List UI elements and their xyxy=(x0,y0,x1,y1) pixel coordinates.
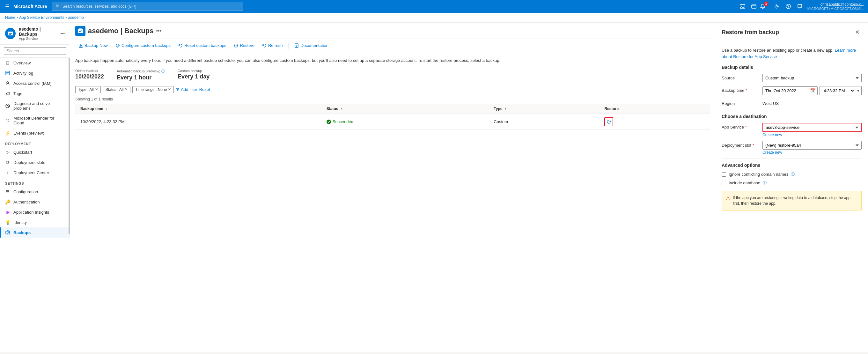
reset-backups-button[interactable]: Reset custom backups xyxy=(175,41,229,50)
info-text: App backups happen automatically every h… xyxy=(75,57,710,64)
breadcrumb-home[interactable]: Home xyxy=(5,15,15,20)
preview-info-icon[interactable]: ⓘ xyxy=(161,69,165,73)
col-type[interactable]: Type ↑ xyxy=(489,104,599,114)
source-row: Source Custom backup xyxy=(722,74,862,82)
restore-button[interactable]: Restore xyxy=(230,41,258,50)
add-filter-button[interactable]: Add filter xyxy=(176,87,197,92)
refresh-button[interactable]: Refresh xyxy=(259,41,286,50)
global-search[interactable]: 🔍 Search resources, services, and docs (… xyxy=(52,2,243,11)
overview-icon: ⊟ xyxy=(5,60,10,65)
ignore-domain-label: Ignore conflicting domain names xyxy=(728,172,788,177)
create-new-slot-link[interactable]: Create new xyxy=(763,150,862,155)
sidebar-search-input[interactable] xyxy=(4,47,66,55)
ignore-domain-info-icon[interactable]: ⓘ xyxy=(791,172,795,177)
notifications-icon[interactable]: 3 xyxy=(760,1,770,11)
date-input-wrap[interactable]: 📅 xyxy=(763,86,817,95)
region-row: Region West US xyxy=(722,99,862,106)
breadcrumb-environments[interactable]: App Service Environments xyxy=(19,15,64,20)
hamburger-menu[interactable]: ☰ xyxy=(4,2,11,11)
time-chevron-icon[interactable]: ▾ xyxy=(855,86,861,95)
section-settings: Settings xyxy=(0,178,70,186)
sidebar-item-overview[interactable]: ⊟ Overview xyxy=(0,58,70,68)
sidebar-scrollbar[interactable] xyxy=(68,58,70,234)
calendar-icon[interactable]: 📅 xyxy=(808,87,817,95)
svg-rect-7 xyxy=(6,231,9,234)
create-new-app-link[interactable]: Create new xyxy=(763,133,862,137)
add-filter-label: Add filter xyxy=(181,87,197,92)
directory-icon[interactable] xyxy=(749,1,759,11)
sidebar-item-deployment-slots[interactable]: ⧉ Deployment slots xyxy=(0,157,70,168)
svg-rect-8 xyxy=(78,29,83,33)
filter-type-close[interactable]: ✕ xyxy=(95,87,98,91)
backup-table: Backup time ↓ Status ↑ Type ↑ Restore 10… xyxy=(75,104,710,130)
deployment-slot-select[interactable]: (New) restore-95a4 xyxy=(763,141,862,150)
time-select-wrap[interactable]: 4:23:32 PM ▾ xyxy=(819,86,862,95)
backup-time-label: Backup time * xyxy=(722,86,760,93)
sidebar-item-defender[interactable]: 🛡 Microsoft Defender for Cloud xyxy=(0,113,70,128)
refresh-label: Refresh xyxy=(268,43,283,48)
configure-backups-button[interactable]: Configure custom backups xyxy=(112,41,174,50)
sidebar-app-name: asedemo | Backups xyxy=(19,27,57,37)
sidebar-item-deployment-center[interactable]: ↑ Deployment Center xyxy=(0,168,70,178)
sidebar-app-type: App Service xyxy=(19,37,57,40)
svg-point-5 xyxy=(7,82,9,84)
filter-time-range[interactable]: Time range : None ✕ xyxy=(132,86,174,93)
sidebar-item-label: Application Insights xyxy=(13,210,49,215)
sidebar-item-app-insights[interactable]: ◉ Application Insights xyxy=(0,207,70,217)
filter-type-label: Type : All xyxy=(78,87,94,92)
svg-point-9 xyxy=(117,45,118,46)
documentation-button[interactable]: Documentation xyxy=(291,41,331,50)
restore-row-button[interactable] xyxy=(604,117,613,126)
sidebar-item-tags[interactable]: 🏷 Tags xyxy=(0,88,70,98)
sidebar-item-quickstart[interactable]: ▷ Quickstart xyxy=(0,147,70,157)
app-icon xyxy=(5,28,16,39)
custom-backup-stat: Custom backup Every 1 day xyxy=(178,69,210,81)
user-tenant: MICROSOFT (MICROSOFT.ONMI... xyxy=(807,7,864,10)
restore-label: Restore xyxy=(240,43,254,48)
backup-now-button[interactable]: Backup Now xyxy=(75,41,111,50)
reset-filter-button[interactable]: Reset xyxy=(199,87,210,92)
sidebar-item-events[interactable]: ⚡ Events (preview) xyxy=(0,128,70,138)
feedback-icon[interactable] xyxy=(795,1,805,11)
col-backup-time[interactable]: Backup time ↓ xyxy=(75,104,321,114)
user-profile[interactable]: chrisapublic@contoso.c... MICROSOFT (MIC… xyxy=(807,2,864,10)
source-select[interactable]: Custom backup xyxy=(763,74,862,82)
filter-status[interactable]: Status : All ✕ xyxy=(103,86,131,93)
app-service-control: asev3-app-service Create new xyxy=(763,123,862,137)
reset-label: Reset custom backups xyxy=(184,43,226,48)
deployment-slots-icon: ⧉ xyxy=(5,160,10,165)
filter-type[interactable]: Type : All ✕ xyxy=(75,86,101,93)
include-db-info-icon[interactable]: ⓘ xyxy=(763,180,767,186)
col-status[interactable]: Status ↑ xyxy=(321,104,489,114)
app-service-select[interactable]: asev3-app-service xyxy=(763,123,862,132)
cloud-shell-icon[interactable] xyxy=(737,1,747,11)
breadcrumb-current[interactable]: asedemo xyxy=(68,15,84,20)
backups-icon xyxy=(5,230,10,235)
auto-backup-label: Automatic backup (Preview) ⓘ xyxy=(117,69,165,74)
include-db-checkbox[interactable] xyxy=(722,181,726,185)
more-options-btn[interactable]: ••• xyxy=(156,28,161,34)
sidebar-item-access-control[interactable]: Access control (IAM) xyxy=(0,78,70,88)
filter-time-range-label: Time range : None xyxy=(135,87,167,92)
settings-icon[interactable] xyxy=(772,1,782,11)
auto-backup-value: Every 1 hour xyxy=(117,74,165,81)
time-select[interactable]: 4:23:32 PM xyxy=(820,86,855,95)
sidebar-item-label: Deployment slots xyxy=(13,160,45,165)
help-icon[interactable] xyxy=(783,1,794,11)
filter-time-range-close[interactable]: ✕ xyxy=(168,87,171,91)
sidebar-item-backups[interactable]: Backups xyxy=(0,227,70,238)
more-options-icon[interactable]: ••• xyxy=(60,31,65,36)
sidebar-item-diagnose[interactable]: Diagnose and solve problems xyxy=(0,98,70,113)
oldest-backup-label: Oldest backup xyxy=(75,69,104,73)
sidebar-item-configuration[interactable]: Configuration xyxy=(0,186,70,197)
sidebar-item-activity-log[interactable]: Activity log xyxy=(0,68,70,78)
panel-close-button[interactable]: ✕ xyxy=(853,28,862,37)
date-input[interactable] xyxy=(763,87,808,95)
cell-restore xyxy=(599,114,710,130)
ignore-domain-checkbox[interactable] xyxy=(722,172,726,177)
sidebar-search[interactable] xyxy=(0,45,70,58)
sidebar-item-identity[interactable]: 💡 Identity xyxy=(0,217,70,227)
source-control[interactable]: Custom backup xyxy=(763,74,862,82)
sidebar-item-authentication[interactable]: 🔑 Authentication xyxy=(0,197,70,207)
filter-status-close[interactable]: ✕ xyxy=(125,87,128,91)
